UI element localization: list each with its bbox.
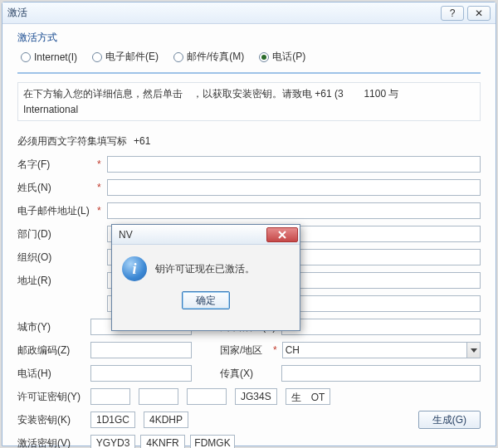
dialog-ok-button[interactable]: 确定: [182, 291, 230, 309]
radio-internet[interactable]: Internet(I): [21, 50, 77, 64]
first-name-input[interactable]: [107, 156, 481, 173]
dept-label: 部门(D): [17, 227, 97, 241]
last-name-input[interactable]: [107, 179, 481, 196]
zip-label: 邮政编码(Z): [17, 343, 85, 358]
email-label: 电子邮件地址(L): [17, 204, 97, 218]
activate-label: 激活密钥(V): [17, 436, 85, 448]
email-input[interactable]: [107, 202, 481, 219]
dialog-close-button[interactable]: [266, 227, 298, 242]
phone-label: 电话(H): [17, 367, 85, 381]
activation-method-radios: Internet(I) 电子邮件(E) 邮件/传真(M) 电话(P): [17, 50, 481, 74]
addr-label: 地址(R): [17, 274, 97, 288]
city-label: 城市(Y): [17, 320, 85, 334]
org-label: 组织(O): [17, 251, 97, 265]
fax-label: 传真(X): [220, 367, 276, 381]
generate-button[interactable]: 生成(G): [418, 411, 481, 429]
first-name-label: 名字(F): [17, 158, 97, 172]
info-icon: i: [122, 256, 147, 281]
message-dialog: NV i 钥许可证现在已激活。 确定: [111, 224, 300, 331]
titlebar: 激活 ? ✕: [2, 2, 496, 24]
dialog-message: i 钥许可证现在已激活。: [112, 245, 300, 286]
radio-dot-icon: [259, 52, 269, 62]
state-input[interactable]: [281, 319, 481, 335]
radio-dot-icon: [173, 52, 183, 62]
instruction-text: 在下方输入您的详细信息，然后单击 ，以获取安装密钥。请致电 +61 (3 110…: [17, 82, 481, 121]
close-window-button[interactable]: ✕: [467, 6, 491, 21]
install-label: 安装密钥(K): [17, 413, 85, 427]
radio-dot-icon: [92, 52, 102, 62]
phone-input[interactable]: [90, 365, 192, 382]
act-key-3[interactable]: [190, 435, 235, 448]
dialog-titlebar: NV: [112, 225, 300, 245]
country-combo[interactable]: CH: [282, 342, 481, 358]
country-label: 国家/地区: [220, 343, 268, 358]
last-name-label: 姓氏(N): [17, 181, 97, 195]
window-title: 激活: [7, 6, 437, 20]
radio-phone[interactable]: 电话(P): [259, 50, 305, 64]
act-key-1[interactable]: [90, 435, 135, 448]
fax-input[interactable]: [281, 365, 481, 382]
radio-dot-icon: [21, 52, 31, 62]
radio-email[interactable]: 电子邮件(E): [92, 50, 159, 64]
dialog-title: NV: [119, 229, 266, 241]
activation-method-label: 激活方式: [17, 31, 481, 45]
license-label: 许可证密钥(Y): [17, 390, 85, 404]
act-key-2[interactable]: [140, 435, 185, 448]
chevron-down-icon: [466, 343, 480, 358]
zip-input[interactable]: [90, 342, 192, 358]
help-button[interactable]: ?: [441, 6, 464, 21]
charset-hint: 必须用西文字符集填写标 +61: [17, 131, 481, 151]
close-icon: [277, 231, 287, 239]
radio-fax[interactable]: 邮件/传真(M): [173, 50, 244, 64]
